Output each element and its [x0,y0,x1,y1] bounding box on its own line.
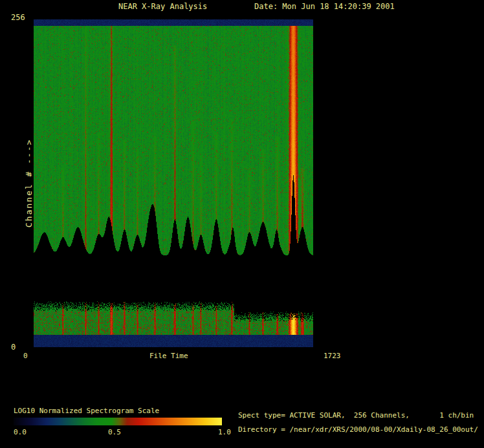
colorbar-tick-min: 0.0 [14,428,27,436]
date-label: Date: Mon Jun 18 14:20:39 2001 [254,2,395,11]
spectrogram-plot [34,19,313,347]
x-axis-min-label: 0 [23,352,28,360]
y-axis-min-label: 0 [11,343,16,352]
directory-info: Directory = /near/xdr/XRS/2000/08-00/Xda… [238,425,478,434]
page-title: NEAR X-Ray Analysis [118,2,207,11]
colorbar-gradient [14,418,222,425]
colorbar-title: LOG10 Normalized Spectrogram Scale [14,407,159,415]
spect-type-info: Spect type= ACTIVE SOLAR, 256 Channels, … [238,411,474,420]
spectrogram-canvas [34,19,313,347]
x-axis-max-label: 1723 [324,352,341,360]
x-axis-title: File Time [149,352,188,360]
y-axis-title: Channel # ---> [24,138,34,228]
colorbar-tick-max: 1.0 [218,428,231,436]
y-axis-max-label: 256 [11,13,25,22]
colorbar-tick-mid: 0.5 [108,428,121,436]
